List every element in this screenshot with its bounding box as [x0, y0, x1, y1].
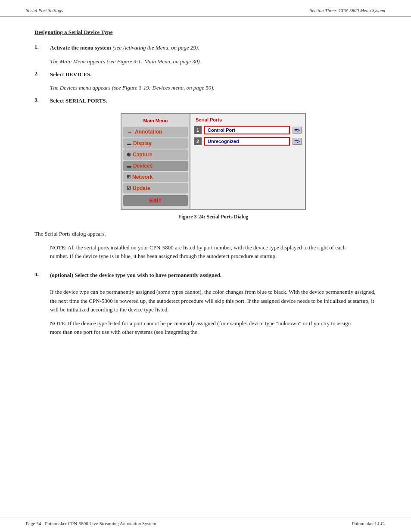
figure-container: Main Menu → Annotation ▬ Display ◉ Ca: [50, 113, 377, 220]
step-3-number: 3.: [34, 96, 50, 105]
note-1: NOTE: All the serial ports installed on …: [50, 243, 361, 261]
para-2: If the device type can be permanently as…: [50, 288, 377, 314]
page-content: Designating a Serial Device Type 1. Acti…: [0, 17, 411, 367]
update-label: Update: [133, 185, 150, 191]
port-row-2: 2 Unrecognized =>: [194, 137, 302, 146]
display-icon: ▬: [127, 141, 131, 146]
step-2-bold: Select DEVICES.: [50, 71, 92, 78]
step-3-bold: Select SERIAL PORTS.: [50, 97, 107, 104]
main-menu-title: Main Menu: [121, 116, 190, 126]
annotation-label: Annotation: [135, 129, 162, 135]
header-left: Serial Port Settings: [26, 8, 63, 13]
annotation-arrow-icon: →: [127, 129, 132, 135]
step-3: 3. Select SERIAL PORTS.: [34, 96, 377, 105]
header-right: Section Three: CPN-5800 Menu System: [310, 8, 385, 13]
menu-item-display[interactable]: ▬ Display: [123, 138, 188, 149]
port-1-number: 1: [194, 126, 202, 134]
port-2-arrow: =>: [293, 138, 302, 145]
devices-icon: ▬: [127, 163, 131, 168]
footer-right: Pointmaker LLC.: [352, 521, 385, 526]
step-2: 2. Select DEVICES.: [34, 70, 377, 79]
capture-label: Capture: [133, 152, 152, 158]
menu-simulation: Main Menu → Annotation ▬ Display ◉ Ca: [121, 113, 306, 210]
footer-left: Page 54 - Pointmaker CPN-5800 Live Strea…: [26, 521, 156, 526]
network-icon: ⊞: [127, 174, 131, 180]
port-1-arrow: =>: [293, 127, 302, 134]
serial-ports-title: Serial Ports: [194, 116, 302, 126]
port-2-label[interactable]: Unrecognized: [204, 137, 290, 146]
menu-item-exit[interactable]: EXIT: [123, 195, 188, 206]
menu-item-update[interactable]: ☑ Update: [123, 183, 188, 193]
step-1-content: Activate the menu system (see Activating…: [50, 44, 377, 52]
note-2: NOTE: If the device type listed for a po…: [50, 319, 361, 336]
main-menu-column: Main Menu → Annotation ▬ Display ◉ Ca: [121, 114, 190, 209]
step-2-content: Select DEVICES.: [50, 70, 377, 79]
step-2-number: 2.: [34, 70, 50, 79]
step-3-content: Select SERIAL PORTS.: [50, 96, 377, 105]
exit-label: EXIT: [149, 197, 162, 204]
update-icon: ☑: [127, 185, 131, 191]
step-4-number: 4.: [34, 271, 50, 280]
step-1-bold: Activate the menu system: [50, 44, 111, 51]
network-label: Network: [132, 174, 153, 180]
step-1: 1. Activate the menu system (see Activat…: [34, 44, 377, 52]
port-2-number: 2: [194, 137, 202, 145]
devices-label: Devices: [133, 163, 153, 169]
capture-icon: ◉: [127, 152, 131, 157]
figure-caption: Figure 3-24: Serial Ports Dialog: [178, 214, 248, 220]
menu-item-capture[interactable]: ◉ Capture: [123, 149, 188, 160]
serial-ports-column: Serial Ports 1 Control Port => 2 Unrecog…: [190, 114, 305, 209]
menu-item-devices[interactable]: ▬ Devices: [123, 161, 188, 171]
port-row-1: 1 Control Port =>: [194, 126, 302, 134]
step-1-note: The Main Menu appears (see Figure 3-1: M…: [50, 58, 377, 65]
step-1-italic: (see Activating the Menu, on page 29).: [112, 44, 199, 51]
step-1-number: 1.: [34, 44, 50, 52]
port-1-label[interactable]: Control Port: [204, 126, 290, 134]
section-title: Designating a Serial Device Type: [34, 29, 377, 36]
after-figure-para: The Serial Ports dialog appears.: [34, 230, 377, 238]
step-4: 4. (optional) Select the device type you…: [34, 271, 377, 280]
step-4-bold: (optional) Select the device type you wi…: [50, 272, 221, 278]
menu-item-network[interactable]: ⊞ Network: [123, 172, 188, 182]
page: Serial Port Settings Section Three: CPN-…: [0, 0, 411, 532]
step-4-content: (optional) Select the device type you wi…: [50, 271, 377, 280]
menu-item-annotation[interactable]: → Annotation: [123, 127, 188, 137]
page-header: Serial Port Settings Section Three: CPN-…: [0, 0, 411, 17]
page-footer: Page 54 - Pointmaker CPN-5800 Live Strea…: [0, 517, 411, 532]
step-2-note: The Devices menu appears (see Figure 3-1…: [50, 84, 377, 91]
display-label: Display: [133, 140, 152, 146]
